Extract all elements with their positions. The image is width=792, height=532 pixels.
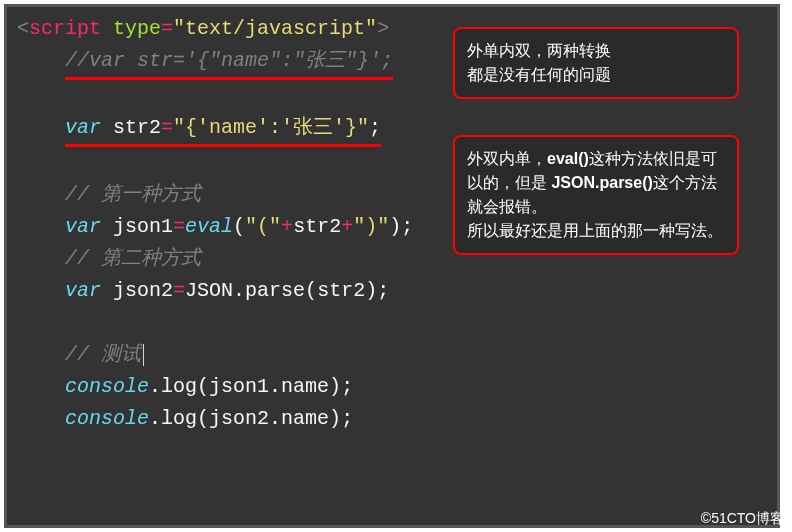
text-cursor (143, 344, 144, 366)
watermark: ©51CTO博客 (701, 510, 784, 528)
comment-method2: // 第二种方式 (65, 247, 201, 270)
annotation-text: 所以最好还是用上面的那一种写法。 (467, 222, 723, 239)
annotation-text: 外双内单， (467, 150, 547, 167)
str2-declaration: var str2="{'name':'张三'}"; (65, 112, 381, 147)
eval-mention: eval() (547, 150, 589, 167)
attr-value: "text/javascript" (173, 17, 377, 40)
code-line-9: var json2=JSON.parse(str2); (17, 275, 767, 307)
code-line-10 (17, 307, 767, 339)
comment-method1: // 第一种方式 (65, 183, 201, 206)
tag-name: script (29, 17, 101, 40)
code-line-13: console.log(json2.name); (17, 403, 767, 435)
annotation-text: 都是没有任何的问题 (467, 66, 611, 83)
commented-str-declaration: //var str='{"name":"张三"}'; (65, 45, 393, 80)
attr-name: type (113, 17, 161, 40)
jsonparse-mention: JSON.parse() (551, 174, 652, 191)
tag-bracket: < (17, 17, 29, 40)
tag-bracket: > (377, 17, 389, 40)
code-frame: <script type="text/javascript"> //var st… (4, 4, 780, 528)
annotation-text: 外单内双，两种转换 (467, 42, 611, 59)
code-line-11: // 测试 (17, 339, 767, 371)
annotation-box-1: 外单内双，两种转换 都是没有任何的问题 (453, 27, 739, 99)
annotation-box-2: 外双内单，eval()这种方法依旧是可以的，但是 JSON.parse()这个方… (453, 135, 739, 255)
equals: = (161, 17, 173, 40)
comment-test: // 测试 (65, 343, 141, 366)
code-line-12: console.log(json1.name); (17, 371, 767, 403)
